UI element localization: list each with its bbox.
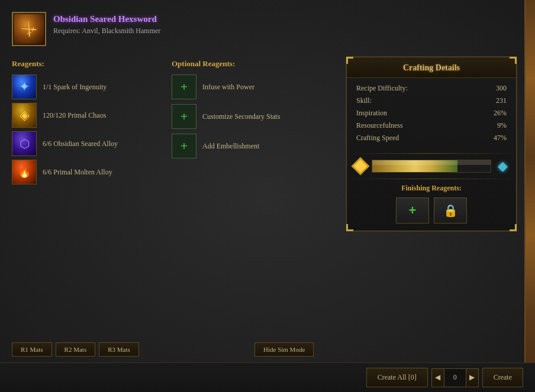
reagent-item: 6/6 Primal Molten Alloy (12, 160, 166, 184)
item-info: Obsidian Seared Hexsword Requires: Anvil… (53, 12, 160, 35)
reagents-label: Reagents: (12, 59, 166, 69)
finishing-section: Finishing Reagents: + 🔒 (347, 180, 516, 231)
progress-bar-highlight (372, 160, 491, 165)
r2-mats-button[interactable]: R2 Mats (56, 342, 96, 357)
spark-icon (12, 74, 37, 99)
reagent-text: 6/6 Obsidian Seared Alloy (43, 139, 118, 149)
create-button[interactable]: Create (482, 368, 523, 387)
r3-mats-button[interactable]: R3 Mats (99, 342, 139, 357)
stat-value-skill: 231 (496, 96, 507, 105)
diamond-icon-right (496, 160, 509, 173)
divider (347, 179, 516, 179)
add-finishing-reagent-button[interactable]: + (396, 197, 429, 223)
secondary-stats-label: Customize Secondary Stats (202, 112, 280, 122)
divider (347, 153, 516, 154)
obsidian-icon (12, 131, 37, 156)
reagent-list: 1/1 Spark of Ingenuity 120/120 Primal Ch… (12, 74, 166, 184)
crafting-title-bar: Crafting Details (347, 57, 516, 78)
reagent-text: 1/1 Spark of Ingenuity (43, 82, 107, 92)
finishing-buttons: + 🔒 (354, 197, 509, 223)
qty-decrease-button[interactable]: ◀ (431, 368, 444, 387)
embellishment-label: Add Embellishment (202, 141, 259, 151)
panel-corner-tr (510, 57, 517, 64)
stat-row-resourcefulness: Resourcefulness 9% (356, 121, 507, 130)
lock-finishing-reagent-button[interactable]: 🔒 (434, 197, 467, 223)
hide-sim-mode-button[interactable]: Hide Sim Mode (254, 342, 314, 357)
item-name: Obsidian Seared Hexsword (53, 14, 160, 24)
lock-icon: 🔒 (443, 203, 458, 218)
optional-reagents-label: Optional Reagents: (172, 59, 331, 69)
stat-row-skill: Skill: 231 (356, 96, 507, 105)
reagent-text: 120/120 Primal Chaos (43, 111, 106, 121)
optional-item-secondary[interactable]: + Customize Secondary Stats (172, 104, 331, 129)
reagent-item: 120/120 Primal Chaos (12, 103, 166, 128)
panel-corner-bl (346, 224, 353, 231)
item-icon-box (12, 12, 46, 46)
qty-increase-button[interactable]: ▶ (466, 368, 479, 387)
diamond-icon-left (351, 157, 369, 175)
optional-item-embellishment[interactable]: + Add Embellishment (172, 134, 331, 158)
progress-bar (372, 160, 491, 173)
panel-corner-br (510, 224, 517, 231)
infuse-power-icon-box[interactable]: + (172, 74, 196, 99)
infuse-power-label: Infuse with Power (202, 82, 254, 92)
molten-icon (12, 160, 37, 184)
plus-icon: + (409, 203, 417, 218)
stat-label-difficulty: Recipe Difficulty: (356, 84, 408, 93)
stat-value-resourcefulness: 9% (497, 121, 507, 130)
item-header: Obsidian Seared Hexsword Requires: Anvil… (12, 12, 160, 46)
reagents-panel: Reagents: 1/1 Spark of Ingenuity 120/120… (12, 59, 166, 184)
bottom-toolbar: Create All [0] ◀ ▶ Create (0, 362, 535, 392)
optional-reagents-panel: Optional Reagents: + Infuse with Power +… (172, 59, 331, 163)
panel-corner-tl (346, 57, 353, 64)
rank-buttons: R1 Mats R2 Mats R3 Mats (12, 342, 139, 357)
plus-icon: + (181, 110, 188, 123)
item-requires: Requires: Anvil, Blacksmith Hammer (53, 27, 160, 35)
reagent-item: 6/6 Obsidian Seared Alloy (12, 131, 166, 156)
stat-row-difficulty: Recipe Difficulty: 300 (356, 84, 507, 93)
stat-label-resourcefulness: Resourcefulness (356, 121, 403, 130)
requires-label: Requires: (53, 27, 80, 35)
reagent-text: 6/6 Primal Molten Alloy (43, 167, 112, 177)
stat-row-inspiration: Inspiration 26% (356, 109, 507, 118)
crafting-stats: Recipe Difficulty: 300 Skill: 231 Inspir… (347, 78, 516, 152)
progress-area (347, 155, 516, 177)
optional-item-infuse[interactable]: + Infuse with Power (172, 74, 331, 99)
stat-label-skill: Skill: (356, 96, 372, 105)
stat-value-crafting-speed: 47% (494, 134, 507, 142)
stat-label-inspiration: Inspiration (356, 109, 387, 118)
embellishment-icon-box[interactable]: + (172, 134, 196, 158)
crafting-title: Crafting Details (403, 63, 460, 72)
stat-row-crafting-speed: Crafting Speed 47% (356, 134, 507, 142)
item-icon (14, 14, 44, 44)
create-all-button[interactable]: Create All [0] (366, 368, 428, 387)
stat-value-difficulty: 300 (496, 84, 507, 93)
plus-icon: + (181, 140, 188, 153)
quantity-container: ◀ ▶ (431, 368, 479, 387)
main-container: Obsidian Seared Hexsword Requires: Anvil… (0, 0, 535, 392)
r1-mats-button[interactable]: R1 Mats (12, 342, 52, 357)
chaos-icon (12, 103, 37, 128)
plus-icon: + (181, 80, 188, 93)
quantity-input[interactable] (444, 368, 466, 387)
secondary-stats-icon-box[interactable]: + (172, 104, 196, 129)
requires-value: Anvil, Blacksmith Hammer (82, 27, 160, 35)
finishing-reagents-label: Finishing Reagents: (354, 184, 509, 193)
stat-value-inspiration: 26% (494, 109, 507, 118)
right-edge-decoration (524, 0, 535, 392)
stat-label-crafting-speed: Crafting Speed (356, 134, 399, 142)
reagent-item: 1/1 Spark of Ingenuity (12, 74, 166, 99)
crafting-details-panel: Crafting Details Recipe Difficulty: 300 … (346, 56, 517, 232)
